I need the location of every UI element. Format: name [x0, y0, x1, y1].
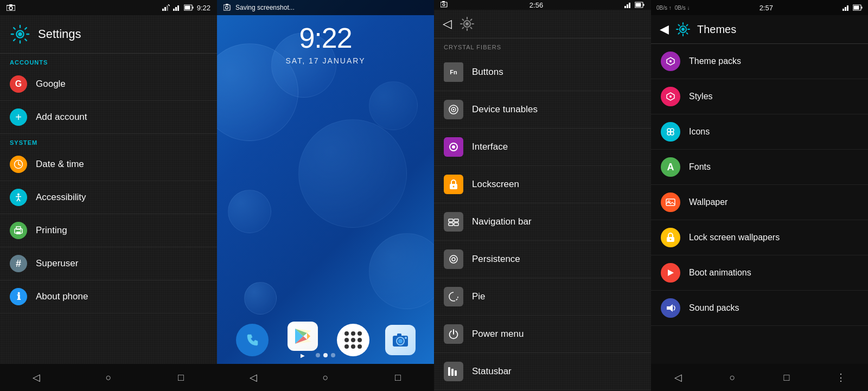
back-button-4[interactable]: ◁ — [667, 367, 689, 388]
about-phone-item[interactable]: ℹ About phone — [0, 280, 217, 313]
nav-bar-2: ◁ ○ □ — [217, 364, 434, 391]
settings-gear-icon — [10, 24, 30, 44]
play-store-label: ▶ — [301, 352, 305, 358]
accessibility-label: Accessibility — [36, 192, 86, 203]
svg-rect-64 — [861, 7, 863, 9]
buttons-item[interactable]: Fn Buttons — [434, 54, 651, 91]
svg-point-56 — [452, 258, 455, 261]
svg-rect-2 — [9, 4, 12, 6]
svg-point-68 — [669, 60, 672, 62]
accessibility-icon — [10, 189, 27, 206]
svg-marker-79 — [668, 270, 674, 276]
superuser-item[interactable]: # Superuser — [0, 247, 217, 280]
crystal-status-right — [624, 2, 644, 8]
bubble-3 — [298, 119, 407, 228]
device-tunables-label: Device tunables — [472, 104, 538, 115]
themes-back-button[interactable]: ◀ — [660, 22, 669, 36]
screenshot-notification: Saving screenshot... — [217, 0, 434, 15]
statusbar-icon-svg — [448, 367, 459, 376]
themes-panel: 0B/s ↑ 0B/s ↓ 2:57 ◀ Themes — [651, 0, 868, 391]
date-time-item[interactable]: Date & time — [0, 148, 217, 181]
svg-rect-57 — [448, 367, 450, 376]
svg-marker-4 — [164, 7, 166, 11]
statusbar-item[interactable]: Statusbar — [434, 353, 651, 390]
device-tunables-item[interactable]: Device tunables — [434, 91, 651, 129]
home-button-4[interactable]: ○ — [722, 367, 743, 388]
svg-rect-36 — [442, 1, 445, 3]
pie-item[interactable]: Pie — [434, 278, 651, 316]
recents-button-1[interactable]: □ — [170, 367, 192, 388]
date-time-icon — [10, 156, 27, 173]
wallpaper-icon-svg — [666, 197, 675, 207]
sound-packs-item[interactable]: Sound packs — [651, 291, 868, 326]
interface-item[interactable]: Interface — [434, 129, 651, 166]
boot-animations-item[interactable]: Boot animations — [651, 255, 868, 291]
svg-rect-28 — [226, 4, 228, 5]
dot-5 — [351, 338, 355, 342]
persistence-item[interactable]: Persistence — [434, 241, 651, 278]
printer-icon — [14, 226, 23, 235]
status-info-right: 9:22 — [162, 4, 210, 12]
screenshot-text: Saving screenshot... — [235, 4, 295, 11]
accessibility-person-icon — [14, 193, 23, 202]
accessibility-item[interactable]: Accessibility — [0, 181, 217, 214]
dot-8 — [351, 344, 355, 349]
svg-rect-52 — [454, 219, 458, 222]
lockscreen-item[interactable]: Lockscreen — [434, 166, 651, 203]
screenshot-icon — [224, 4, 231, 11]
recents-button-4[interactable]: □ — [776, 367, 797, 388]
home-button-1[interactable]: ○ — [98, 367, 119, 388]
add-account-item[interactable]: + Add account — [0, 101, 217, 134]
crystal-back-button[interactable]: ◁ — [443, 17, 452, 31]
svg-point-31 — [398, 339, 403, 343]
google-item[interactable]: G Google — [0, 68, 217, 101]
svg-marker-80 — [667, 304, 673, 312]
svg-line-21 — [18, 198, 20, 201]
back-button-1[interactable]: ◁ — [25, 367, 47, 388]
navigation-bar-item[interactable]: Navigation bar — [434, 203, 651, 241]
wallpaper-item[interactable]: Wallpaper — [651, 185, 868, 220]
svg-rect-32 — [397, 334, 401, 336]
play-store-dock[interactable]: ▶ — [284, 322, 321, 358]
fonts-item[interactable]: A Fonts — [651, 150, 868, 185]
phone-dock-button[interactable] — [236, 324, 269, 356]
svg-marker-60 — [843, 9, 844, 11]
svg-point-74 — [667, 132, 671, 135]
photo-icon — [7, 4, 15, 11]
battery-icon-4 — [853, 4, 863, 11]
theme-packs-item[interactable]: Theme packs — [651, 44, 868, 79]
wallpaper-icon — [661, 193, 680, 212]
themes-left-icons: 0B/s ↑ 0B/s ↓ — [656, 5, 690, 11]
svg-point-17 — [17, 194, 20, 196]
statusbar-icon — [444, 362, 463, 381]
apps-drawer-button[interactable] — [337, 324, 369, 356]
google-icon-circle: G — [10, 75, 27, 93]
home-button-2[interactable]: ○ — [315, 367, 336, 388]
more-button-4[interactable]: ⋮ — [830, 367, 852, 388]
dot-4 — [344, 338, 349, 342]
recents-button-2[interactable]: □ — [387, 367, 409, 388]
power-menu-item[interactable]: Power menu — [434, 316, 651, 353]
svg-marker-8 — [175, 7, 177, 11]
lockscreen-icon — [444, 175, 463, 194]
pie-label: Pie — [472, 291, 486, 302]
boot-animations-label: Boot animations — [689, 268, 751, 278]
persistence-icon — [444, 249, 463, 269]
icons-item[interactable]: Icons — [651, 114, 868, 150]
back-button-2[interactable]: ◁ — [242, 367, 264, 388]
lock-screen-wallpapers-item[interactable]: Lock screen wallpapers — [651, 220, 868, 255]
crystal-status-bar: 2:56 — [434, 0, 651, 10]
svg-point-1 — [9, 7, 12, 10]
styles-item[interactable]: Styles — [651, 79, 868, 114]
battery-icon — [184, 4, 194, 11]
svg-marker-61 — [845, 7, 846, 11]
camera-dock-button[interactable] — [385, 325, 416, 355]
buttons-icon: Fn — [444, 62, 463, 82]
svg-marker-37 — [624, 6, 626, 8]
printing-item[interactable]: Printing — [0, 214, 217, 247]
svg-marker-3 — [162, 9, 164, 11]
svg-point-78 — [670, 239, 672, 240]
theme-packs-icon — [661, 52, 680, 71]
fonts-label: Fonts — [689, 162, 711, 172]
status-time: 9:22 — [197, 4, 210, 12]
